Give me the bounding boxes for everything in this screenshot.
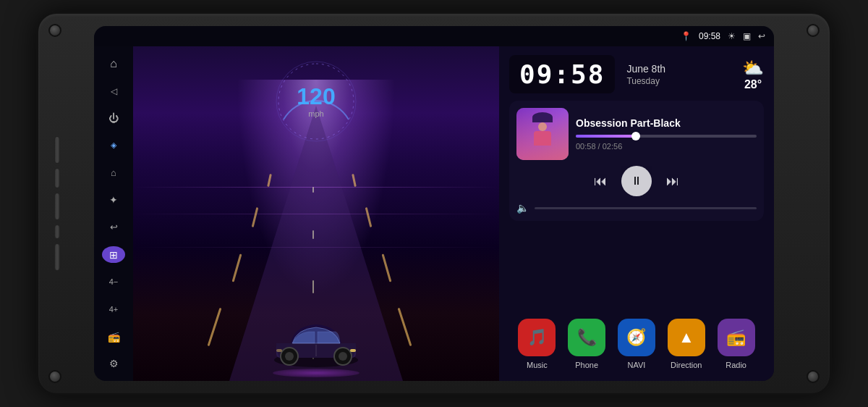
speedometer: 120 mph (273, 58, 359, 145)
music-info: Obsession Part-Black 00:58 / 02:56 (576, 117, 757, 151)
time-display: 00:58 / 02:56 (576, 142, 757, 151)
sidebar-item-apps[interactable]: ⊞ (102, 246, 125, 264)
brightness-icon: ☀ (728, 31, 736, 41)
sidebar: ⌂ ◁ ⏻ ◈ ⌂ ✦ ↩ ⊞ 4− 4+ 📻 ⚙ (94, 46, 133, 381)
app-phone-label: Phone (575, 361, 598, 369)
date-text: June 8th (626, 63, 731, 75)
physical-buttons (54, 136, 60, 271)
app-phone-icon: 📞 (568, 319, 605, 356)
sidebar-item-home[interactable]: ⌂ (102, 55, 125, 72)
volume-bar[interactable] (535, 207, 757, 209)
progress-bar[interactable] (576, 135, 757, 138)
window-icon: ▣ (743, 31, 751, 41)
sidebar-item-nav[interactable]: ◁ (102, 83, 125, 100)
music-controls: ⏮ ⏸ ⏭ (516, 166, 757, 196)
svg-point-6 (339, 352, 347, 361)
drive-view: 120 mph (133, 46, 499, 381)
bolt-br (807, 370, 820, 383)
play-pause-button[interactable]: ⏸ (621, 166, 652, 196)
car-image-container (269, 313, 363, 370)
center-dash-2 (312, 230, 314, 239)
app-radio[interactable]: 📻 Radio (718, 319, 755, 369)
time-current: 00:58 (576, 142, 596, 151)
app-music-icon: 🎵 (518, 319, 556, 356)
day-text: Tuesday (626, 76, 731, 86)
car-glow (273, 369, 359, 377)
clock-display: 09:58 (509, 55, 615, 93)
speed-display: 120 mph (297, 85, 335, 118)
status-time: 09:58 (699, 31, 720, 41)
app-phone[interactable]: 📞 Phone (568, 319, 605, 369)
car-svg (269, 313, 363, 367)
svg-rect-8 (276, 349, 282, 352)
sidebar-item-volup[interactable]: 4+ (102, 301, 125, 318)
app-direction[interactable]: ▲ Direction (668, 319, 705, 369)
next-button[interactable]: ⏭ (666, 174, 679, 189)
svg-point-4 (285, 352, 294, 361)
app-navi-label: NAVI (628, 361, 646, 369)
progress-fill (576, 135, 636, 138)
center-dash-1 (312, 187, 314, 193)
app-navi-icon: 🧭 (618, 319, 655, 356)
music-player: Obsession Part-Black 00:58 / 02:56 (509, 101, 764, 221)
weather-temp: 28° (744, 78, 762, 91)
sidebar-item-gps[interactable]: ◈ (102, 137, 125, 154)
prev-button[interactable]: ⏮ (594, 174, 607, 189)
bolt-tl (48, 24, 61, 37)
location-icon: 📍 (681, 31, 692, 41)
sidebar-item-voldown[interactable]: 4− (102, 273, 125, 290)
bolt-bl (48, 370, 61, 383)
glow-line-1 (133, 187, 499, 188)
status-bar: 📍 09:58 ☀ ▣ ↩ (94, 26, 774, 46)
app-direction-label: Direction (671, 361, 702, 369)
glow-line-3 (133, 247, 499, 248)
sidebar-item-power[interactable]: ⏻ (102, 109, 125, 127)
car-head-unit: 📍 09:58 ☀ ▣ ↩ ⌂ ◁ ⏻ ◈ ⌂ ✦ ↩ ⊞ 4− 4+ 📻 ⚙ (36, 12, 832, 395)
top-info: 09:58 June 8th Tuesday ⛅ 28° (509, 55, 764, 93)
weather-info: ⛅ 28° (742, 58, 764, 91)
time-total: 02:56 (603, 142, 623, 151)
phys-btn-3[interactable] (54, 193, 60, 220)
app-music-label: Music (527, 361, 548, 369)
lane-left-4 (208, 308, 222, 346)
bolt-tr (807, 24, 820, 37)
sidebar-item-settings[interactable]: ⚙ (102, 355, 125, 372)
screen-content: ⌂ ◁ ⏻ ◈ ⌂ ✦ ↩ ⊞ 4− 4+ 📻 ⚙ (94, 46, 774, 381)
phys-btn-4[interactable] (54, 225, 60, 239)
clock-time: 09:58 (519, 59, 605, 89)
main-screen: 📍 09:58 ☀ ▣ ↩ ⌂ ◁ ⏻ ◈ ⌂ ✦ ↩ ⊞ 4− 4+ 📻 ⚙ (94, 26, 774, 381)
phys-btn-2[interactable] (54, 168, 60, 188)
svg-rect-7 (350, 349, 356, 352)
back-icon[interactable]: ↩ (758, 31, 765, 41)
app-dock: 🎵 Music 📞 Phone 🧭 NAVI (509, 313, 764, 372)
volume-icon: 🔈 (516, 202, 529, 214)
center-dash-3 (312, 280, 314, 293)
speed-number: 120 (297, 85, 335, 108)
app-music[interactable]: 🎵 Music (518, 319, 556, 369)
date-info: June 8th Tuesday (626, 63, 731, 86)
phys-btn-5[interactable] (54, 243, 60, 271)
sidebar-item-radio[interactable]: 📻 (102, 328, 125, 345)
volume-row: 🔈 (516, 202, 757, 214)
sidebar-item-back[interactable]: ↩ (102, 219, 125, 236)
phys-btn-1[interactable] (54, 136, 60, 164)
app-radio-icon: 📻 (718, 319, 755, 356)
app-direction-icon: ▲ (668, 319, 705, 356)
song-title: Obsession Part-Black (576, 117, 757, 129)
progress-dot (631, 132, 640, 140)
speed-unit: mph (297, 109, 335, 118)
music-top: Obsession Part-Black 00:58 / 02:56 (516, 108, 757, 160)
app-radio-label: Radio (726, 361, 746, 369)
sidebar-item-home2[interactable]: ⌂ (102, 164, 125, 182)
sidebar-item-bluetooth[interactable]: ✦ (102, 191, 125, 209)
app-navi[interactable]: 🧭 NAVI (618, 319, 655, 369)
album-art (516, 108, 569, 160)
weather-icon: ⛅ (742, 58, 764, 78)
glow-line-2 (133, 214, 499, 214)
right-panel: 09:58 June 8th Tuesday ⛅ 28° (499, 46, 774, 381)
